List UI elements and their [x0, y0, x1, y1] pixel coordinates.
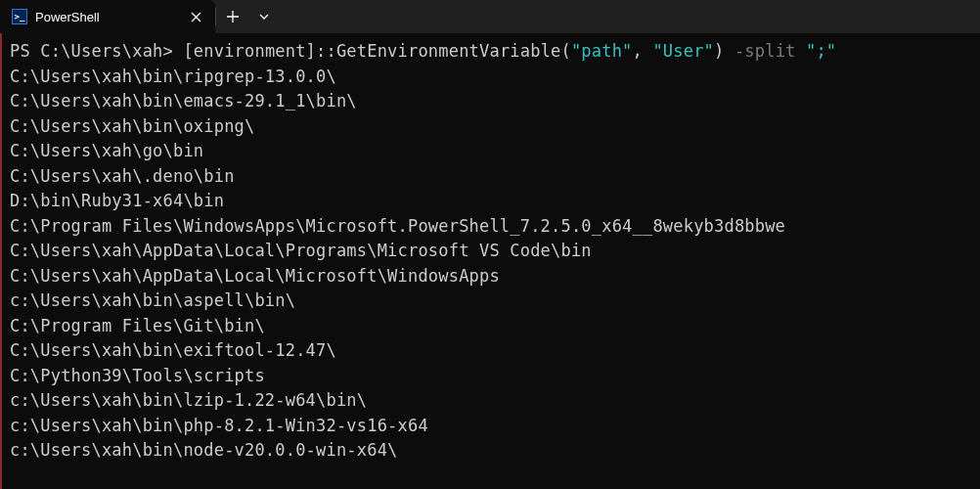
command-text [796, 41, 806, 61]
output-line: C:\Users\xah\bin\ripgrep-13.0.0\ [10, 65, 970, 90]
left-border-accent [0, 33, 2, 489]
titlebar: >_ PowerShell [0, 0, 980, 33]
output-line: C:\Program Files\Git\bin\ [10, 314, 970, 339]
command-text: ) [714, 41, 735, 61]
command-text: [environment] [183, 41, 316, 61]
command-string: "User" [652, 41, 714, 61]
output-line: c:\Users\xah\bin\aspell\bin\ [10, 289, 970, 314]
output-line: D:\bin\Ruby31-x64\bin [10, 189, 970, 214]
output-line: c:\Users\xah\bin\lzip-1.22-w64\bin\ [10, 388, 970, 414]
close-icon[interactable] [186, 7, 205, 26]
output-line: C:\Python39\Tools\scripts [10, 364, 970, 389]
output-line: C:\Users\xah\bin\emacs-29.1_1\bin\ [10, 89, 970, 114]
tab-title: PowerShell [35, 10, 186, 24]
command-string: ";" [806, 41, 836, 61]
output-line: C:\Users\xah\go\bin [10, 139, 970, 164]
command-param: -split [735, 41, 796, 61]
command-text: ::GetEnvironmentVariable( [316, 41, 571, 61]
output-line: c:\Users\xah\bin\node-v20.0.0-win-x64\ [10, 438, 970, 464]
output-line: C:\Users\xah\AppData\Local\Microsoft\Win… [10, 264, 970, 289]
command-text: , [633, 41, 653, 61]
tab-dropdown-button[interactable] [249, 0, 279, 33]
tab-powershell[interactable]: >_ PowerShell [0, 0, 215, 33]
output-line: C:\Users\xah\.deno\bin [10, 164, 970, 190]
prompt: PS C:\Users\xah> [10, 41, 183, 61]
output-line: C:\Users\xah\bin\oxipng\ [10, 114, 970, 140]
new-tab-button[interactable] [216, 0, 249, 33]
output-line: C:\Users\xah\bin\exiftool-12.47\ [10, 338, 970, 364]
terminal-output[interactable]: PS C:\Users\xah> [environment]::GetEnvir… [0, 33, 980, 489]
output-line: C:\Program Files\WindowsApps\Microsoft.P… [10, 214, 970, 240]
output-line: c:\Users\xah\bin\php-8.2.1-Win32-vs16-x6… [10, 414, 970, 439]
command-string: "path" [571, 41, 633, 61]
output-line: C:\Users\xah\AppData\Local\Programs\Micr… [10, 239, 970, 264]
powershell-icon: >_ [12, 9, 27, 24]
